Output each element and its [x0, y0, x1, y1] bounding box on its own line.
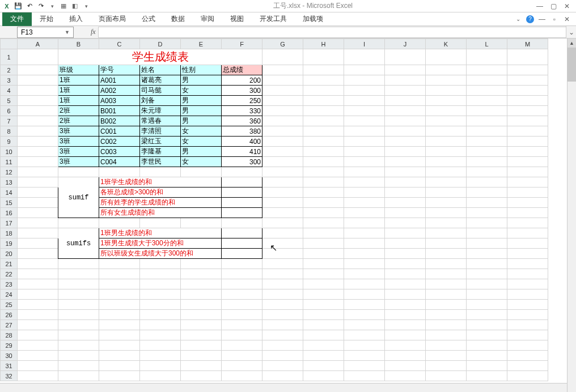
cell[interactable] — [385, 126, 426, 137]
cell[interactable] — [262, 75, 303, 86]
data-cell[interactable]: 3班 — [58, 137, 99, 147]
cell[interactable] — [426, 320, 467, 330]
row-header[interactable]: 14 — [1, 188, 18, 198]
cell[interactable] — [507, 198, 548, 208]
cell[interactable] — [99, 259, 140, 269]
cell[interactable] — [385, 167, 426, 177]
cell[interactable] — [467, 49, 507, 65]
data-cell[interactable]: 男 — [181, 147, 222, 157]
cell[interactable] — [181, 218, 222, 228]
cell[interactable] — [385, 177, 426, 188]
sumifs-label[interactable]: sumifs — [58, 228, 99, 259]
cell[interactable] — [426, 249, 467, 259]
cell[interactable] — [467, 126, 507, 137]
sumif-desc[interactable]: 1班学生成绩的和 — [99, 177, 222, 188]
cell[interactable] — [18, 188, 58, 198]
cell[interactable] — [507, 289, 548, 300]
cell[interactable] — [467, 198, 507, 208]
cell[interactable] — [18, 157, 58, 167]
sumifs-desc[interactable]: 所以班级女生成绩大于300的和 — [99, 249, 222, 259]
cell[interactable] — [18, 249, 58, 259]
cell[interactable] — [303, 310, 344, 320]
cell[interactable] — [426, 116, 467, 126]
table-header[interactable]: 姓名 — [140, 65, 181, 75]
data-cell[interactable]: 女 — [181, 137, 222, 147]
cell[interactable] — [467, 147, 507, 157]
cell[interactable] — [18, 49, 58, 65]
cell[interactable] — [99, 300, 140, 310]
cell[interactable] — [467, 371, 507, 381]
tab-developer[interactable]: 开发工具 — [252, 12, 295, 26]
cell[interactable] — [344, 269, 385, 279]
cell[interactable] — [58, 218, 99, 228]
data-cell[interactable]: A002 — [99, 86, 140, 96]
row-header[interactable]: 28 — [1, 330, 18, 340]
cell[interactable] — [385, 96, 426, 106]
score-cell[interactable]: 250 — [222, 96, 262, 106]
cell[interactable] — [344, 116, 385, 126]
redo-icon[interactable]: ↷ — [36, 2, 45, 11]
cell[interactable] — [262, 147, 303, 157]
cell[interactable] — [303, 300, 344, 310]
cell[interactable] — [385, 157, 426, 167]
cell[interactable] — [99, 269, 140, 279]
cell[interactable] — [385, 116, 426, 126]
data-cell[interactable]: 刘备 — [140, 96, 181, 106]
row-header[interactable]: 3 — [1, 75, 18, 86]
cell[interactable] — [140, 371, 181, 381]
col-header[interactable]: I — [344, 39, 385, 49]
cell[interactable] — [344, 126, 385, 137]
cell[interactable] — [467, 351, 507, 361]
cell[interactable] — [262, 269, 303, 279]
cell[interactable] — [222, 310, 262, 320]
cell[interactable] — [507, 106, 548, 116]
data-cell[interactable]: 李清照 — [140, 126, 181, 137]
cell[interactable] — [507, 137, 548, 147]
cell[interactable] — [385, 320, 426, 330]
data-cell[interactable]: A001 — [99, 75, 140, 86]
cell[interactable] — [467, 330, 507, 340]
cell[interactable] — [385, 106, 426, 116]
cell[interactable] — [426, 147, 467, 157]
cell[interactable] — [222, 269, 262, 279]
data-cell[interactable]: C003 — [99, 147, 140, 157]
cell[interactable] — [303, 249, 344, 259]
cell[interactable] — [303, 116, 344, 126]
cell[interactable] — [507, 320, 548, 330]
cell[interactable] — [262, 86, 303, 96]
cell[interactable] — [18, 137, 58, 147]
sumif-result[interactable] — [222, 177, 262, 188]
cell[interactable] — [426, 177, 467, 188]
cell[interactable] — [181, 259, 222, 269]
cell[interactable] — [344, 300, 385, 310]
cell[interactable] — [18, 269, 58, 279]
table-header[interactable]: 班级 — [58, 65, 99, 75]
workbook-close-icon[interactable]: ✕ — [562, 15, 571, 24]
cell[interactable] — [303, 147, 344, 157]
cell[interactable] — [467, 300, 507, 310]
sumifs-result[interactable] — [222, 238, 262, 249]
cell[interactable] — [467, 177, 507, 188]
data-cell[interactable]: 3班 — [58, 157, 99, 167]
cell[interactable] — [99, 167, 140, 177]
cell[interactable] — [222, 279, 262, 289]
cell[interactable] — [303, 49, 344, 65]
formula-expand-icon[interactable]: ⌄ — [566, 26, 576, 39]
data-cell[interactable]: 常遇春 — [140, 116, 181, 126]
cell[interactable] — [58, 320, 99, 330]
cell[interactable] — [58, 289, 99, 300]
cell[interactable] — [58, 361, 99, 371]
workbook-restore-icon[interactable]: ▫ — [550, 15, 559, 24]
cell[interactable] — [18, 238, 58, 249]
cell[interactable] — [507, 279, 548, 289]
row-header[interactable]: 20 — [1, 249, 18, 259]
score-cell[interactable]: 380 — [222, 126, 262, 137]
cell[interactable] — [140, 218, 181, 228]
data-cell[interactable]: 梁红玉 — [140, 137, 181, 147]
data-cell[interactable]: C004 — [99, 157, 140, 167]
cell[interactable] — [344, 228, 385, 238]
data-cell[interactable]: A003 — [99, 96, 140, 106]
cell[interactable] — [344, 320, 385, 330]
cell[interactable] — [58, 340, 99, 351]
row-header[interactable]: 32 — [1, 371, 18, 381]
